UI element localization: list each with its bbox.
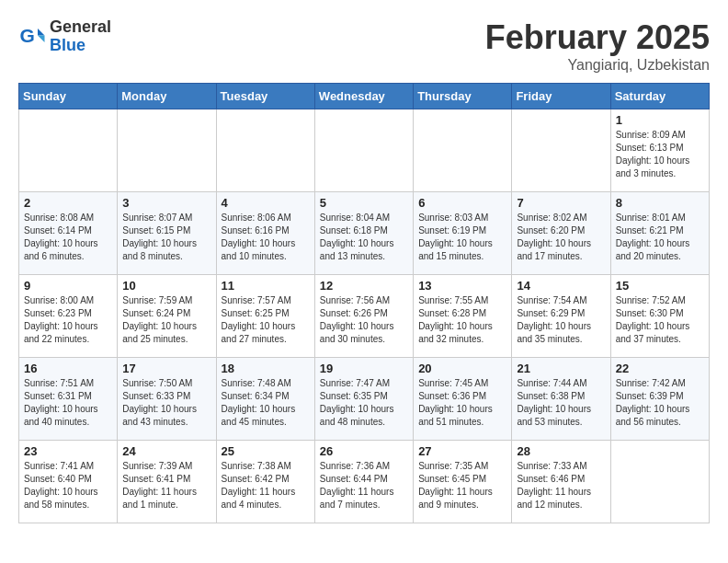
calendar-cell: [118, 109, 216, 192]
calendar-cell: 11Sunrise: 7:57 AM Sunset: 6:25 PM Dayli…: [216, 275, 314, 358]
calendar-cell: 19Sunrise: 7:47 AM Sunset: 6:35 PM Dayli…: [314, 358, 413, 441]
calendar-cell: 5Sunrise: 8:04 AM Sunset: 6:18 PM Daylig…: [314, 192, 413, 275]
calendar-cell: 12Sunrise: 7:56 AM Sunset: 6:26 PM Dayli…: [314, 275, 413, 358]
calendar-week-row: 2Sunrise: 8:08 AM Sunset: 6:14 PM Daylig…: [19, 192, 710, 275]
calendar-cell: [414, 109, 512, 192]
day-info: Sunrise: 7:52 AM Sunset: 6:30 PM Dayligh…: [616, 294, 704, 346]
calendar-cell: 21Sunrise: 7:44 AM Sunset: 6:38 PM Dayli…: [512, 358, 610, 441]
calendar-cell: 14Sunrise: 7:54 AM Sunset: 6:29 PM Dayli…: [512, 275, 610, 358]
day-number: 6: [418, 196, 506, 210]
calendar-cell: 4Sunrise: 8:06 AM Sunset: 6:16 PM Daylig…: [216, 192, 314, 275]
day-number: 16: [24, 362, 112, 375]
day-number: 17: [122, 362, 210, 375]
day-number: 1: [616, 113, 704, 127]
svg-text:G: G: [20, 25, 35, 46]
day-number: 10: [122, 279, 210, 293]
day-number: 23: [24, 444, 112, 458]
day-number: 24: [122, 444, 210, 458]
day-number: 28: [517, 444, 605, 458]
logo-icon: G: [18, 23, 46, 51]
calendar-cell: 25Sunrise: 7:38 AM Sunset: 6:42 PM Dayli…: [216, 441, 314, 523]
day-info: Sunrise: 7:36 AM Sunset: 6:44 PM Dayligh…: [320, 460, 408, 511]
weekday-header-tuesday: Tuesday: [216, 84, 314, 109]
day-info: Sunrise: 7:33 AM Sunset: 6:46 PM Dayligh…: [517, 460, 605, 511]
page-header: G General Blue February 2025 Yangiariq, …: [18, 18, 710, 74]
day-number: 13: [418, 279, 506, 293]
day-number: 5: [320, 196, 408, 210]
calendar-cell: 8Sunrise: 8:01 AM Sunset: 6:21 PM Daylig…: [610, 192, 709, 275]
day-info: Sunrise: 8:08 AM Sunset: 6:14 PM Dayligh…: [24, 212, 112, 263]
day-info: Sunrise: 7:44 AM Sunset: 6:38 PM Dayligh…: [517, 377, 605, 429]
day-info: Sunrise: 8:07 AM Sunset: 6:15 PM Dayligh…: [122, 212, 210, 263]
weekday-header-sunday: Sunday: [19, 84, 118, 109]
day-number: 18: [222, 362, 310, 375]
calendar-cell: 24Sunrise: 7:39 AM Sunset: 6:41 PM Dayli…: [118, 441, 216, 523]
calendar-cell: 16Sunrise: 7:51 AM Sunset: 6:31 PM Dayli…: [19, 358, 118, 441]
calendar-cell: 18Sunrise: 7:48 AM Sunset: 6:34 PM Dayli…: [216, 358, 314, 441]
day-info: Sunrise: 7:47 AM Sunset: 6:35 PM Dayligh…: [320, 377, 408, 429]
calendar-cell: [19, 109, 118, 192]
day-info: Sunrise: 8:02 AM Sunset: 6:20 PM Dayligh…: [517, 212, 605, 263]
calendar-cell: 9Sunrise: 8:00 AM Sunset: 6:23 PM Daylig…: [19, 275, 118, 358]
calendar-cell: [314, 109, 413, 192]
location: Yangiariq, Uzbekistan: [485, 57, 710, 74]
day-number: 12: [320, 279, 408, 293]
logo-text: General Blue: [50, 18, 111, 55]
calendar-cell: 13Sunrise: 7:55 AM Sunset: 6:28 PM Dayli…: [414, 275, 512, 358]
day-info: Sunrise: 7:57 AM Sunset: 6:25 PM Dayligh…: [222, 294, 310, 346]
calendar-week-row: 16Sunrise: 7:51 AM Sunset: 6:31 PM Dayli…: [19, 358, 710, 441]
logo: G General Blue: [18, 18, 111, 55]
day-number: 7: [517, 196, 605, 210]
calendar-cell: 23Sunrise: 7:41 AM Sunset: 6:40 PM Dayli…: [19, 441, 118, 523]
calendar-week-row: 9Sunrise: 8:00 AM Sunset: 6:23 PM Daylig…: [19, 275, 710, 358]
month-title: February 2025: [485, 18, 710, 57]
weekday-header-thursday: Thursday: [414, 84, 512, 109]
day-info: Sunrise: 7:39 AM Sunset: 6:41 PM Dayligh…: [122, 460, 210, 511]
weekday-header-saturday: Saturday: [610, 84, 709, 109]
day-info: Sunrise: 7:45 AM Sunset: 6:36 PM Dayligh…: [418, 377, 506, 429]
day-info: Sunrise: 8:03 AM Sunset: 6:19 PM Dayligh…: [418, 212, 506, 263]
day-number: 8: [616, 196, 704, 210]
day-info: Sunrise: 8:09 AM Sunset: 6:13 PM Dayligh…: [616, 129, 704, 180]
calendar-cell: 15Sunrise: 7:52 AM Sunset: 6:30 PM Dayli…: [610, 275, 709, 358]
day-number: 15: [616, 279, 704, 293]
weekday-header-row: SundayMondayTuesdayWednesdayThursdayFrid…: [19, 84, 710, 109]
logo-blue: Blue: [50, 37, 111, 55]
day-info: Sunrise: 7:54 AM Sunset: 6:29 PM Dayligh…: [517, 294, 605, 346]
day-number: 3: [122, 196, 210, 210]
calendar-cell: [610, 441, 709, 523]
day-number: 21: [517, 362, 605, 375]
calendar-cell: 28Sunrise: 7:33 AM Sunset: 6:46 PM Dayli…: [512, 441, 610, 523]
day-info: Sunrise: 7:59 AM Sunset: 6:24 PM Dayligh…: [122, 294, 210, 346]
calendar-week-row: 23Sunrise: 7:41 AM Sunset: 6:40 PM Dayli…: [19, 441, 710, 523]
day-number: 9: [24, 279, 112, 293]
weekday-header-wednesday: Wednesday: [314, 84, 413, 109]
day-info: Sunrise: 8:01 AM Sunset: 6:21 PM Dayligh…: [616, 212, 704, 263]
calendar-cell: 6Sunrise: 8:03 AM Sunset: 6:19 PM Daylig…: [414, 192, 512, 275]
day-number: 11: [222, 279, 310, 293]
calendar-cell: [512, 109, 610, 192]
day-info: Sunrise: 7:50 AM Sunset: 6:33 PM Dayligh…: [122, 377, 210, 429]
day-info: Sunrise: 8:06 AM Sunset: 6:16 PM Dayligh…: [222, 212, 310, 263]
day-number: 4: [222, 196, 310, 210]
calendar-cell: 2Sunrise: 8:08 AM Sunset: 6:14 PM Daylig…: [19, 192, 118, 275]
day-info: Sunrise: 7:41 AM Sunset: 6:40 PM Dayligh…: [24, 460, 112, 511]
day-info: Sunrise: 7:55 AM Sunset: 6:28 PM Dayligh…: [418, 294, 506, 346]
weekday-header-monday: Monday: [118, 84, 216, 109]
calendar-cell: 20Sunrise: 7:45 AM Sunset: 6:36 PM Dayli…: [414, 358, 512, 441]
day-info: Sunrise: 8:00 AM Sunset: 6:23 PM Dayligh…: [24, 294, 112, 346]
day-number: 25: [222, 444, 310, 458]
day-info: Sunrise: 7:48 AM Sunset: 6:34 PM Dayligh…: [222, 377, 310, 429]
svg-marker-1: [38, 29, 45, 36]
svg-marker-2: [38, 35, 45, 42]
day-number: 19: [320, 362, 408, 375]
day-number: 22: [616, 362, 704, 375]
calendar-cell: 22Sunrise: 7:42 AM Sunset: 6:39 PM Dayli…: [610, 358, 709, 441]
calendar-cell: 10Sunrise: 7:59 AM Sunset: 6:24 PM Dayli…: [118, 275, 216, 358]
calendar-week-row: 1Sunrise: 8:09 AM Sunset: 6:13 PM Daylig…: [19, 109, 710, 192]
calendar-cell: 7Sunrise: 8:02 AM Sunset: 6:20 PM Daylig…: [512, 192, 610, 275]
calendar-cell: 3Sunrise: 8:07 AM Sunset: 6:15 PM Daylig…: [118, 192, 216, 275]
logo-general: General: [50, 18, 111, 37]
calendar-cell: 17Sunrise: 7:50 AM Sunset: 6:33 PM Dayli…: [118, 358, 216, 441]
day-number: 14: [517, 279, 605, 293]
